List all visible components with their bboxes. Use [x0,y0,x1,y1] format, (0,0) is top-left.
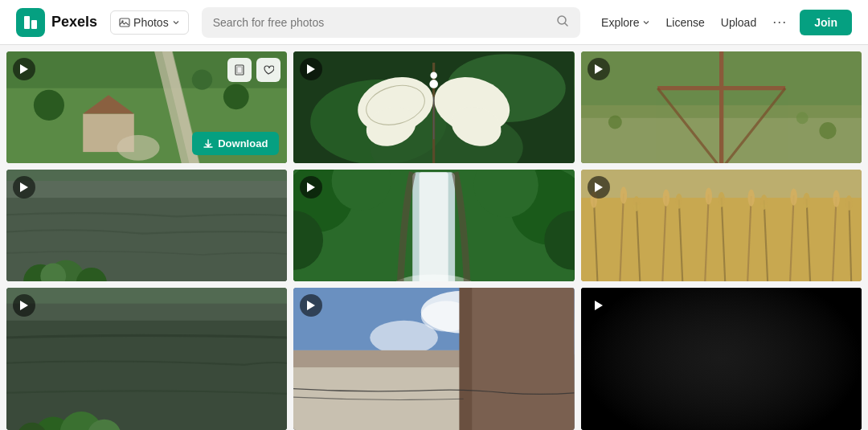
download-button[interactable]: Download [192,132,279,155]
waterfall-image [293,170,574,281]
card-wheat-field[interactable] [581,170,862,281]
svg-point-105 [675,194,682,209]
svg-marker-49 [307,64,315,74]
license-link[interactable]: License [666,16,705,29]
svg-point-68 [371,321,439,354]
play-button[interactable] [13,58,35,80]
svg-point-104 [662,190,669,207]
svg-point-112 [833,190,839,207]
explore-link[interactable]: Explore [601,16,649,29]
play-button[interactable] [13,176,35,199]
svg-rect-59 [420,172,448,281]
butterfly-image [293,51,574,163]
logo[interactable]: Pexels [16,8,97,37]
svg-point-81 [608,116,622,129]
download-icon [203,139,213,149]
card-waterfall[interactable] [293,170,574,281]
svg-marker-33 [20,301,28,310]
svg-point-11 [192,69,212,89]
play-button[interactable] [588,294,610,317]
svg-rect-0 [24,16,30,29]
svg-point-106 [705,187,711,204]
card-butterfly[interactable] [293,51,574,163]
grid-column-2 [293,51,574,430]
card-dark-scene[interactable] [581,288,862,430]
svg-point-12 [223,84,249,109]
collection-button[interactable] [227,58,252,82]
photos-dropdown-button[interactable]: Photos [110,10,189,35]
svg-point-109 [760,195,767,210]
play-button[interactable] [588,176,610,199]
svg-marker-24 [20,182,28,192]
svg-rect-15 [237,67,242,73]
card-rooftop[interactable] [293,288,574,430]
header: Pexels Photos Explore License [0,0,868,45]
logo-icon [16,8,45,37]
upload-link[interactable]: Upload [721,16,756,29]
svg-marker-73 [307,301,315,310]
search-bar [202,7,580,38]
svg-rect-70 [293,350,464,367]
grid-column-1: Download [6,51,287,430]
image-icon [119,17,130,28]
photo-grid: Download [0,45,868,430]
svg-point-83 [796,112,808,124]
grid-column-3 [581,51,862,430]
search-icon [556,14,569,31]
svg-rect-117 [581,288,862,430]
svg-rect-72 [473,288,575,430]
nav: Explore License Upload ··· [601,14,787,31]
card-cliff-tall[interactable] [6,288,287,430]
wheat-image [581,170,862,281]
card-dry-field[interactable] [581,51,862,163]
svg-point-111 [803,193,809,208]
svg-point-103 [633,196,639,211]
dark-image [581,288,862,430]
cliff-tall-image [6,288,287,430]
svg-rect-1 [31,20,37,29]
svg-point-82 [819,122,836,139]
play-button[interactable] [588,58,610,80]
card-cliff-trees[interactable] [6,170,287,281]
svg-point-102 [620,186,626,203]
chevron-down-icon [642,18,650,27]
rooftop-image [293,288,574,430]
svg-point-113 [845,195,852,211]
svg-marker-118 [595,301,603,310]
join-button[interactable]: Join [800,10,852,35]
more-options-button[interactable]: ··· [772,14,787,31]
card-actions [227,58,280,82]
dry-field-image [581,51,862,163]
chevron-down-icon [172,18,180,27]
search-input[interactable] [213,16,556,29]
svg-marker-84 [595,64,603,74]
svg-point-107 [718,192,724,207]
svg-point-42 [431,72,437,79]
svg-marker-61 [307,182,315,192]
svg-marker-13 [20,64,28,74]
svg-point-39 [430,80,439,88]
photos-label: Photos [133,16,169,29]
like-button[interactable] [256,58,280,82]
site-name: Pexels [51,14,97,31]
svg-point-10 [34,90,64,121]
cliff-image [6,170,287,281]
svg-point-108 [747,190,754,207]
svg-point-9 [117,135,160,161]
svg-marker-114 [595,182,603,192]
play-button[interactable] [13,294,35,317]
card-aerial-house[interactable]: Download [6,51,287,163]
svg-point-110 [790,188,796,205]
